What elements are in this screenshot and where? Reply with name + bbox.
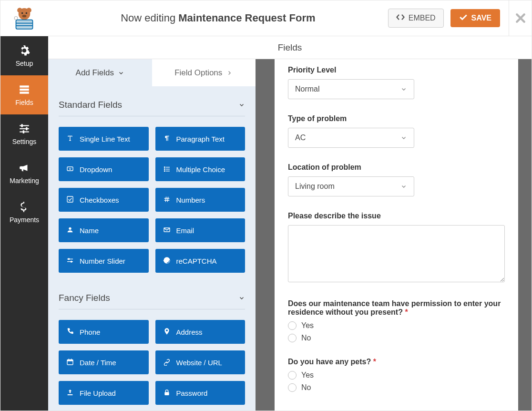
select-value: Normal [295, 85, 320, 93]
field-button-slider[interactable]: Number Slider [59, 249, 149, 273]
field-priority[interactable]: Priority Level Normal [288, 66, 505, 99]
tab-field-options[interactable]: Field Options [152, 59, 256, 86]
close-button[interactable] [509, 0, 532, 36]
recaptcha-icon [163, 257, 171, 266]
nav-label: Marketing [10, 177, 39, 185]
columns: Add Fields Field Options Standard Fields… [48, 59, 532, 411]
nav-label: Setup [16, 60, 33, 67]
chevron-down-icon [400, 134, 407, 141]
field-button-numbers[interactable]: Numbers [155, 188, 246, 212]
field-button-label: Date / Time [80, 359, 116, 367]
field-button-password[interactable]: Password [155, 381, 246, 405]
nav-fields[interactable]: Fields [0, 75, 48, 114]
field-button-label: Checkboxes [80, 196, 119, 204]
select-priority[interactable]: Normal [288, 79, 414, 99]
field-button-upload[interactable]: File Upload [59, 381, 149, 405]
field-button-paragraph[interactable]: Paragraph Text [155, 127, 246, 151]
field-button-label: reCAPTCHA [176, 257, 217, 265]
nav-payments[interactable]: Payments [0, 193, 48, 232]
chevron-down-icon [400, 183, 407, 190]
radio-icon[interactable] [288, 371, 297, 380]
chevron-down-icon [118, 70, 124, 76]
embed-button[interactable]: EMBED [388, 9, 444, 28]
numbers-icon [163, 195, 171, 205]
svg-rect-13 [20, 125, 29, 126]
field-label: Please describe the issue [288, 212, 505, 220]
grid-standard: Single Line TextParagraph TextDropdownMu… [59, 116, 245, 279]
select-location[interactable]: Living room [288, 176, 414, 196]
address-icon [163, 328, 171, 337]
svg-rect-22 [164, 168, 165, 170]
check-icon [459, 14, 468, 22]
field-button-label: Number Slider [80, 257, 125, 265]
select-type[interactable]: AC [288, 128, 414, 148]
svg-point-4 [26, 12, 28, 14]
url-icon [163, 358, 171, 367]
field-button-recaptcha[interactable]: reCAPTCHA [155, 249, 246, 273]
radio-option[interactable]: No [288, 383, 505, 392]
svg-rect-17 [26, 127, 27, 131]
field-button-dropdown[interactable]: Dropdown [59, 157, 149, 181]
password-icon [163, 389, 171, 398]
field-button-mc[interactable]: Multiple Choice [155, 157, 246, 181]
field-describe[interactable]: Please describe the issue [288, 212, 505, 284]
dollar-icon [18, 201, 31, 213]
field-location[interactable]: Location of problem Living room [288, 163, 505, 196]
check-icon [66, 195, 74, 205]
field-button-label: Password [176, 389, 208, 397]
save-label: SAVE [471, 14, 491, 22]
svg-rect-11 [20, 89, 29, 91]
required-mark: * [371, 358, 376, 366]
field-pets[interactable]: Do you have any pets? * Yes No [288, 358, 505, 392]
chevron-down-icon [238, 102, 245, 108]
field-button-email[interactable]: Email [155, 218, 246, 242]
columns-wrap: Fields Add Fields Field Options St [48, 36, 532, 411]
save-button[interactable]: SAVE [450, 9, 500, 27]
textarea-describe[interactable] [288, 225, 505, 282]
form-name: Maintenance Request Form [178, 12, 315, 24]
field-button-date[interactable]: Date / Time [59, 350, 149, 374]
field-button-label: Numbers [176, 196, 205, 204]
select-value: AC [295, 134, 306, 142]
grid-fancy: PhoneAddressDate / TimeWebsite / URLFile… [59, 309, 245, 411]
name-icon [66, 226, 74, 235]
svg-rect-20 [164, 166, 165, 168]
field-button-check[interactable]: Checkboxes [59, 188, 149, 212]
group-header-standard[interactable]: Standard Fields [59, 86, 245, 116]
radio-option[interactable]: Yes [288, 321, 505, 330]
group-fancy: Fancy Fields PhoneAddressDate / TimeWebs… [48, 279, 256, 411]
nav-setup[interactable]: Setup [0, 36, 48, 75]
field-button-label: Name [80, 226, 99, 235]
nav-settings[interactable]: Settings [0, 114, 48, 154]
svg-point-9 [14, 17, 18, 20]
field-button-label: Single Line Text [80, 135, 130, 143]
topbar-title: Now editing Maintenance Request Form [48, 12, 388, 24]
radio-icon[interactable] [288, 321, 297, 330]
field-button-url[interactable]: Website / URL [155, 350, 246, 374]
nav-marketing[interactable]: Marketing [0, 154, 48, 193]
tab-label: Field Options [174, 68, 222, 78]
group-header-fancy[interactable]: Fancy Fields [59, 279, 245, 309]
embed-label: EMBED [409, 14, 436, 22]
field-button-phone[interactable]: Phone [59, 320, 149, 344]
nav-label: Payments [10, 216, 39, 224]
app-logo[interactable] [0, 0, 48, 36]
text-icon [66, 134, 74, 144]
mc-icon [163, 165, 171, 174]
field-permission[interactable]: Does our maintenance team have permissio… [288, 299, 505, 342]
svg-rect-26 [67, 196, 73, 202]
radio-option[interactable]: Yes [288, 371, 505, 380]
tab-add-fields[interactable]: Add Fields [48, 59, 152, 86]
field-label: Does our maintenance team have permissio… [288, 299, 505, 317]
svg-point-5 [22, 15, 27, 17]
field-type[interactable]: Type of problem AC [288, 114, 505, 148]
field-button-text[interactable]: Single Line Text [59, 127, 149, 151]
field-button-name[interactable]: Name [59, 218, 149, 242]
radio-icon[interactable] [288, 334, 297, 342]
nav-label: Settings [12, 138, 37, 145]
field-button-address[interactable]: Address [155, 320, 246, 344]
radio-option[interactable]: No [288, 334, 505, 342]
radio-icon[interactable] [288, 383, 297, 392]
form-icon [18, 83, 31, 96]
email-icon [163, 226, 171, 235]
